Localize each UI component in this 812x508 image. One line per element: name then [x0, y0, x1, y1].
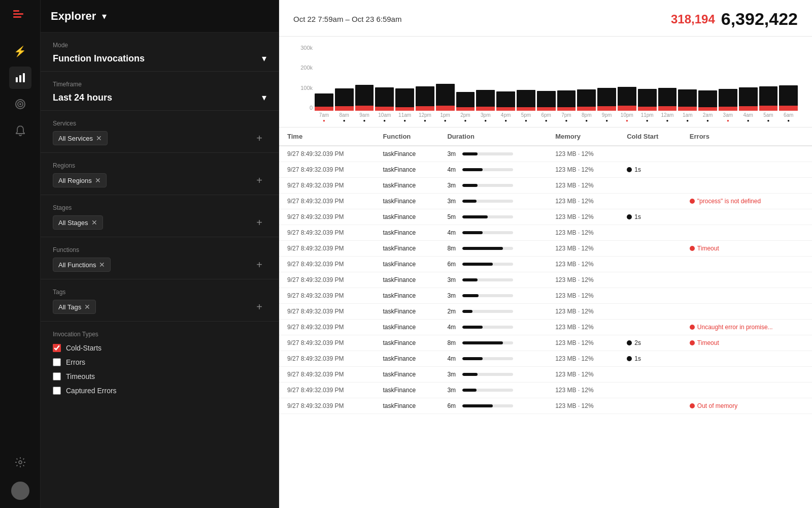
x-label-16: 11pm [638, 112, 657, 118]
stages-chip[interactable]: All Stages ✕ [53, 215, 103, 230]
x-label-22: 5am [759, 112, 778, 118]
svg-rect-2 [13, 16, 21, 18]
table-row[interactable]: 9/27 8:49:32.039 PMtaskFinance3m123 MB ·… [279, 146, 812, 162]
cell-time-13: 9/27 8:49:32.039 PM [279, 351, 375, 367]
cell-function-3: taskFinance [375, 194, 439, 209]
svg-rect-0 [13, 10, 19, 12]
inv-checkbox-cold-starts[interactable] [53, 344, 61, 352]
bar-red-14 [597, 106, 616, 111]
table-row[interactable]: 9/27 8:49:32.039 PMtaskFinance4m123 MB ·… [279, 351, 812, 367]
bar-group-23 [779, 85, 798, 111]
cell-function-7: taskFinance [375, 257, 439, 272]
chart-icon[interactable] [9, 67, 31, 89]
table-row[interactable]: 9/27 8:49:32.039 PMtaskFinance4m123 MB ·… [279, 162, 812, 178]
cell-duration-5: 4m [439, 225, 547, 241]
table-row[interactable]: 9/27 8:49:32.039 PMtaskFinance6m123 MB ·… [279, 257, 812, 272]
table-row[interactable]: 9/27 8:49:32.039 PMtaskFinance2m123 MB ·… [279, 304, 812, 320]
table-row[interactable]: 9/27 8:49:32.039 PMtaskFinance3m123 MB ·… [279, 272, 812, 288]
table-row[interactable]: 9/27 8:49:32.039 PMtaskFinance3m123 MB ·… [279, 288, 812, 304]
bar-red-22 [759, 106, 778, 111]
table-row[interactable]: 9/27 8:49:32.039 PMtaskFinance4m123 MB ·… [279, 320, 812, 335]
x-label-19: 2am [698, 112, 717, 118]
bell-icon[interactable] [9, 119, 31, 142]
cell-coldstart-7 [619, 257, 682, 272]
table-row[interactable]: 9/27 8:49:32.039 PMtaskFinance3m123 MB ·… [279, 194, 812, 209]
bar-group-21 [739, 87, 758, 111]
lightning-icon[interactable]: ⚡ [9, 40, 31, 62]
table-row[interactable]: 9/27 8:49:32.039 PMtaskFinance3m123 MB ·… [279, 367, 812, 383]
services-chip[interactable]: All Services ✕ [53, 131, 108, 145]
cell-time-6: 9/27 8:49:32.039 PM [279, 241, 375, 257]
table-row[interactable]: 9/27 8:49:32.039 PMtaskFinance6m123 MB ·… [279, 398, 812, 414]
bar-black-7 [456, 92, 475, 107]
bar-black-12 [557, 90, 576, 107]
bar-group-3 [375, 87, 394, 111]
gear-icon[interactable] [9, 451, 31, 473]
regions-chip-close[interactable]: ✕ [95, 176, 101, 184]
functions-chip-close[interactable]: ✕ [99, 261, 105, 269]
tags-chip[interactable]: All Tags ✕ [53, 300, 96, 314]
cell-error-9 [682, 288, 812, 304]
bar-black-19 [698, 90, 717, 107]
table-row[interactable]: 9/27 8:49:32.039 PMtaskFinance3m123 MB ·… [279, 383, 812, 398]
stages-add-button[interactable]: + [252, 215, 266, 230]
bar-group-12 [557, 90, 576, 111]
cell-duration-15: 3m [439, 383, 547, 398]
x-label-10: 5pm [517, 112, 535, 118]
timeframe-chevron[interactable]: ▾ [262, 92, 266, 103]
functions-chip[interactable]: All Functions ✕ [53, 258, 111, 272]
cell-memory-16: 123 MB · 12% [547, 398, 619, 414]
bar-red-13 [577, 107, 596, 111]
cell-memory-12: 123 MB · 12% [547, 335, 619, 351]
regions-add-button[interactable]: + [252, 173, 266, 187]
table-row[interactable]: 9/27 8:49:32.039 PMtaskFinance5m123 MB ·… [279, 209, 812, 225]
cell-memory-9: 123 MB · 12% [547, 288, 619, 304]
inv-checkbox-errors[interactable] [53, 358, 61, 366]
cell-memory-2: 123 MB · 12% [547, 178, 619, 194]
tags-add-button[interactable]: + [252, 300, 266, 314]
services-add-button[interactable]: + [252, 131, 266, 145]
cell-time-12: 9/27 8:49:32.039 PM [279, 335, 375, 351]
cell-error-1 [682, 162, 812, 178]
table-row[interactable]: 9/27 8:49:32.039 PMtaskFinance8m123 MB ·… [279, 335, 812, 351]
cell-function-4: taskFinance [375, 209, 439, 225]
x-label-12: 7pm [557, 112, 576, 118]
chart-dots: ●●●●●●●●●●●●●●●●●●●●●●●● [315, 118, 798, 123]
cell-coldstart-0 [619, 146, 682, 162]
cell-function-6: taskFinance [375, 241, 439, 257]
cell-memory-0: 123 MB · 12% [547, 146, 619, 162]
bar-black-0 [315, 93, 333, 107]
x-label-23: 6am [779, 112, 798, 118]
title-chevron[interactable]: ▾ [102, 11, 107, 22]
mode-row: Function Invocations ▾ [53, 53, 266, 64]
services-label: Services [53, 120, 266, 127]
services-chip-close[interactable]: ✕ [96, 134, 102, 142]
bar-black-6 [436, 84, 455, 106]
main-content: Oct 22 7:59am – Oct 23 6:59am 318,194 6,… [279, 0, 812, 508]
bar-group-11 [537, 91, 556, 111]
cell-duration-0: 3m [439, 146, 547, 162]
table-row[interactable]: 9/27 8:49:32.039 PMtaskFinance8m123 MB ·… [279, 241, 812, 257]
inv-checkbox-captured-errors[interactable] [53, 387, 61, 395]
functions-add-button[interactable]: + [252, 258, 266, 272]
app-logo[interactable] [12, 8, 28, 28]
tags-chip-close[interactable]: ✕ [84, 303, 90, 311]
table-row[interactable]: 9/27 8:49:32.039 PMtaskFinance4m123 MB ·… [279, 225, 812, 241]
bar-group-20 [719, 89, 737, 111]
mode-chevron[interactable]: ▾ [262, 53, 266, 64]
inv-checkbox-timeouts[interactable] [53, 372, 61, 380]
bar-group-4 [395, 88, 414, 111]
col-function: Function [375, 128, 439, 146]
table-row[interactable]: 9/27 8:49:32.039 PMtaskFinance3m123 MB ·… [279, 178, 812, 194]
col-time: Time [279, 128, 375, 146]
cell-duration-14: 3m [439, 367, 547, 383]
regions-chip[interactable]: All Regions ✕ [53, 173, 107, 187]
target-icon[interactable] [9, 93, 31, 115]
col-memory: Memory [547, 128, 619, 146]
chart-dot-4: ● [395, 118, 414, 123]
stages-chip-close[interactable]: ✕ [91, 218, 97, 227]
avatar[interactable] [11, 482, 29, 500]
bar-group-0 [315, 93, 333, 111]
functions-row: All Functions ✕ + [53, 258, 266, 272]
bar-black-1 [335, 88, 354, 106]
